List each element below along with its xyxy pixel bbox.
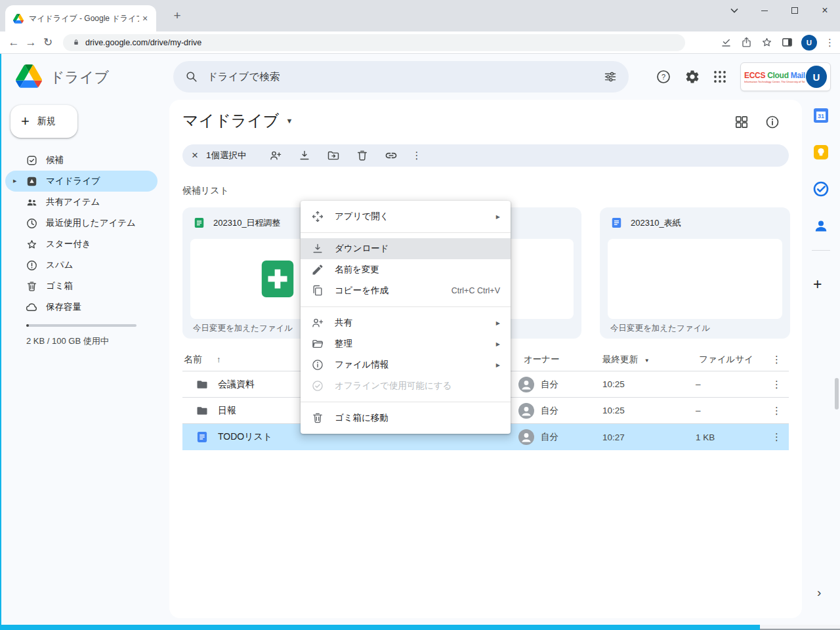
search-input[interactable] — [207, 71, 604, 83]
keep-icon[interactable] — [812, 144, 830, 161]
shared-people-icon — [25, 196, 38, 209]
last-modified: 10:27 — [602, 432, 696, 442]
browser-menu-icon[interactable]: ⋮ — [825, 37, 835, 49]
sidebar-item-trash[interactable]: ゴミ箱 — [5, 276, 158, 297]
column-header-modified[interactable]: 最終更新 ▼ — [602, 354, 696, 366]
file-name: TODOリスト — [218, 431, 272, 443]
show-side-panel-icon[interactable]: › — [817, 585, 821, 600]
card-file-name: 202310_日程調整 — [213, 217, 281, 229]
sidebar-item-suggestions[interactable]: 候補 — [5, 150, 158, 171]
new-button[interactable]: + 新規 — [10, 105, 77, 138]
menu-item-open-with[interactable]: アプリで開く ▶ — [301, 206, 511, 227]
menu-item-label: 整理 — [335, 338, 496, 350]
menu-item-label: 名前を変更 — [335, 264, 500, 276]
row-more-icon[interactable]: ⋮ — [765, 431, 789, 443]
contacts-icon[interactable] — [812, 217, 830, 234]
downloads-icon[interactable] — [720, 36, 732, 49]
reload-icon[interactable]: ↻ — [39, 35, 56, 49]
last-modified: 10:25 — [602, 406, 696, 415]
clock-icon — [25, 217, 38, 230]
address-bar[interactable]: drive.google.com/drive/my-drive — [63, 34, 685, 51]
bookmark-star-icon[interactable] — [761, 36, 773, 49]
share-person-add-icon — [311, 316, 324, 329]
menu-item-make-copy[interactable]: コピーを作成 Ctrl+C Ctrl+V — [301, 280, 511, 301]
account-box[interactable]: ECCS Cloud Mail Information Technology C… — [740, 62, 831, 91]
sidebar-item-starred[interactable]: スター付き — [5, 234, 158, 255]
sidebar-item-my-drive[interactable]: ▶ マイドライブ — [5, 171, 158, 192]
page-title[interactable]: マイドライブ — [182, 110, 279, 131]
menu-item-move-to-trash[interactable]: ゴミ箱に移動 — [301, 408, 511, 429]
more-actions-icon[interactable]: ⋮ — [412, 150, 422, 161]
grid-view-icon[interactable] — [734, 114, 749, 130]
sheets-logo-icon — [257, 259, 298, 299]
help-icon[interactable]: ? — [656, 69, 671, 85]
card-reason: 今日変更を加えたファイル — [193, 323, 293, 334]
trash-icon — [311, 411, 324, 425]
expand-arrow-icon[interactable]: ▶ — [13, 178, 16, 184]
menu-item-rename[interactable]: 名前を変更 — [301, 259, 511, 280]
menu-item-file-info[interactable]: ファイル情報 ▶ — [301, 354, 511, 375]
submenu-arrow-icon: ▶ — [496, 214, 500, 220]
copy-icon — [311, 284, 324, 297]
download-icon[interactable] — [298, 149, 311, 162]
sidebar-item-storage[interactable]: 保存容量 — [5, 297, 158, 318]
column-header-owner[interactable]: オーナー — [518, 354, 602, 366]
sidebar-item-shared[interactable]: 共有アイテム — [5, 192, 158, 213]
row-more-icon[interactable]: ⋮ — [765, 379, 789, 390]
trash-icon — [25, 280, 38, 293]
row-more-icon[interactable]: ⋮ — [765, 405, 789, 417]
star-icon — [25, 238, 38, 251]
menu-item-download[interactable]: ダウンロード — [301, 238, 511, 259]
last-modified: 10:25 — [602, 379, 696, 389]
menu-item-share[interactable]: 共有 ▶ — [301, 312, 511, 333]
get-link-icon[interactable] — [385, 149, 398, 162]
back-icon[interactable]: ← — [5, 36, 22, 49]
owner-avatar — [518, 403, 534, 419]
browser-tab[interactable]: マイドライブ - Google ドライブ × — [5, 5, 156, 32]
account-name-part: Cloud — [767, 71, 791, 80]
clear-selection-icon[interactable]: × — [192, 149, 206, 162]
apps-grid-icon[interactable] — [712, 69, 728, 85]
menu-item-label: コピーを作成 — [335, 285, 452, 297]
window-minimize-button[interactable] — [749, 0, 780, 21]
details-info-icon[interactable] — [765, 114, 780, 130]
forward-icon[interactable]: → — [22, 36, 39, 49]
share-person-add-icon[interactable] — [269, 149, 282, 162]
calendar-icon[interactable]: 31 — [812, 107, 830, 124]
move-to-folder-icon[interactable] — [327, 149, 340, 162]
owner-name: 自分 — [541, 431, 558, 443]
suggestion-card[interactable]: 202310_表紙 今日変更を加えたファイル — [600, 207, 790, 339]
lock-icon — [72, 38, 80, 47]
column-settings-icon[interactable]: ⋮ — [765, 354, 789, 366]
info-icon — [311, 358, 324, 371]
menu-item-label: オフラインで使用可能にする — [335, 380, 500, 392]
spam-icon — [25, 259, 38, 272]
tab-search-icon[interactable] — [719, 0, 749, 21]
column-header-size[interactable]: ファイルサイ — [696, 354, 765, 366]
sidebar-item-label: スパム — [46, 259, 73, 271]
side-panel-icon[interactable] — [781, 36, 793, 49]
menu-item-label: 共有 — [335, 317, 496, 329]
sidebar-item-spam[interactable]: スパム — [5, 255, 158, 276]
menu-divider — [301, 232, 511, 233]
account-avatar[interactable]: U — [806, 66, 827, 88]
new-tab-button[interactable]: + — [169, 9, 185, 24]
menu-divider — [301, 306, 511, 307]
window-close-button[interactable]: × — [810, 0, 840, 21]
window-maximize-button[interactable] — [780, 0, 810, 21]
scrollbar-thumb[interactable] — [835, 378, 839, 410]
trash-icon[interactable] — [356, 149, 369, 162]
sidebar-item-recent[interactable]: 最近使用したアイテム — [5, 213, 158, 234]
browser-profile-avatar[interactable]: U — [801, 35, 817, 51]
settings-gear-icon[interactable] — [684, 69, 700, 85]
drive-search-bar[interactable] — [173, 61, 629, 93]
tab-close-icon[interactable]: × — [139, 12, 151, 24]
get-addons-icon[interactable]: + — [813, 276, 822, 293]
search-options-icon[interactable] — [604, 70, 617, 83]
storage-progress-fill — [26, 324, 29, 327]
title-dropdown-icon[interactable]: ▼ — [285, 117, 293, 125]
submenu-arrow-icon: ▶ — [496, 320, 500, 326]
menu-item-organize[interactable]: 整理 ▶ — [301, 333, 511, 354]
tasks-icon[interactable] — [812, 180, 830, 198]
share-icon[interactable] — [740, 36, 753, 49]
